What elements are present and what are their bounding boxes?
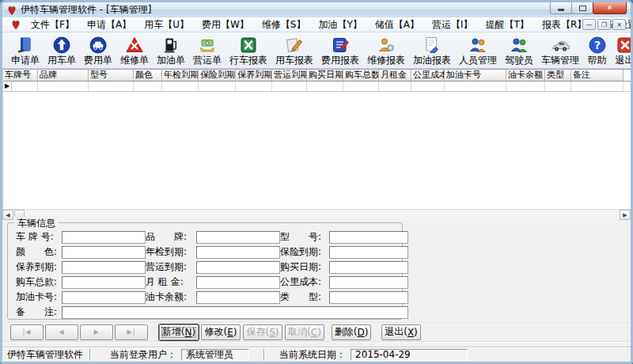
table-cell-purchase-total [343,82,379,91]
toolbar-button-personnel-mgmt[interactable]: 人员管理 [455,33,501,68]
field-monthly-rent-input[interactable] [196,276,280,289]
menu-item-vehicle-use[interactable]: 用车【U】 [138,17,195,33]
menu-item-operation[interactable]: 营运【I】 [426,17,479,33]
toolbar-button-label: 维修单 [120,55,149,66]
mdi-minimize-button[interactable]: — [582,19,596,30]
field-model-input[interactable] [329,231,408,244]
statusbar-separator [89,349,91,361]
menu-item-stored-value[interactable]: 储值【A】 [369,17,426,33]
red-x-icon [615,35,633,55]
toolbar-button-repair-form[interactable]: 维修单 [116,33,153,68]
column-header-fuel-card-balance[interactable]: 油卡余额 [506,70,545,81]
record-indicator: ▶ [3,82,12,91]
column-header-purchase-date[interactable]: 购买日期 [307,70,343,81]
column-header-model[interactable]: 型号 [89,70,134,81]
toolbar-button-help[interactable]: ?帮助 [583,33,611,68]
column-header-inspection-due[interactable]: 年检到期 [162,70,199,81]
column-header-color[interactable]: 颜色 [134,70,162,81]
toolbar-button-vehicle-use-form[interactable]: 用车单 [44,33,80,68]
column-header-type[interactable]: 类型 [545,70,571,81]
toolbar-button-label: 申请单 [11,55,40,66]
add-button[interactable]: 新增(N) [159,324,199,340]
toolbar-button-expense-form[interactable]: 费用单 [80,33,116,68]
field-label-remark: 备 注: [16,305,62,319]
vehicle-info-panel: 车辆信息 车 牌 号:品 牌:型 号:颜 色:年检到期:保险到期:保养到期:营运… [2,220,631,322]
window-title: 伊特车辆管理软件 - [车辆管理] [21,3,151,17]
table-cell-color [134,82,162,91]
column-header-remark[interactable]: 备注 [571,70,624,81]
toolbar-button-refuel-report[interactable]: 加油报表 [409,33,455,68]
horizontal-scrollbar[interactable]: ◀ ▶ [2,209,631,220]
field-color-input[interactable] [62,246,146,259]
person-gear-icon [377,35,396,55]
scroll-right-button[interactable]: ▶ [620,210,631,220]
field-fuel-card-balance-input[interactable] [196,291,280,304]
toolbar-button-repair-report[interactable]: 维修报表 [363,33,409,68]
button-bar: |◀◀▶▶|新增(N)修改(E)保存(S)取消(C)删除(D)退出(X) [2,322,631,341]
app-logo-icon [6,5,17,16]
fuel-pump-icon [161,35,181,55]
column-header-insurance-due[interactable]: 保险到期 [199,70,236,81]
toolbar-button-expense-report[interactable]: 费用报表 [317,33,363,68]
column-header-fuel-card-no[interactable]: 加油卡号 [445,70,506,81]
scroll-left-button[interactable]: ◀ [2,210,13,220]
field-type-input[interactable] [329,291,408,304]
menu-item-expense[interactable]: 费用【W】 [195,17,256,33]
menu-item-repair[interactable]: 维修【S】 [256,17,313,33]
toolbar-button-refuel-form[interactable]: 加油单 [153,33,189,68]
statusbar-app-name: 伊特车辆管理软件 [2,348,89,362]
mdi-child-logo-icon [10,19,21,30]
mdi-restore-button[interactable]: ❐ [597,19,611,30]
menu-item-apply[interactable]: 申请【A】 [81,17,138,33]
column-header-plate-no[interactable]: 车牌号 [3,70,38,81]
field-label-purchase-date: 购买日期: [280,260,329,274]
toolbar-button-label: 用车单 [47,55,76,66]
toolbar-button-vehicle-use-report[interactable]: 用车报表 [271,33,317,68]
field-operation-due-input[interactable] [196,261,280,274]
page-arrow-icon [423,35,442,55]
table-cell-maintenance-due [236,82,272,91]
field-remark-input[interactable] [62,306,408,319]
maximize-button[interactable] [571,2,593,14]
vehicle-info-form: 车 牌 号:品 牌:型 号:颜 色:年检到期:保险到期:保养到期:营运到期:购买… [16,229,402,320]
menu-item-file[interactable]: 文件【F】 [25,17,81,33]
excel-sheet-icon [239,35,259,55]
toolbar-button-exit[interactable]: 退出 [611,33,633,68]
toolbar-button-driver[interactable]: 驾驶员 [501,33,537,68]
delete-button[interactable]: 删除(D) [332,324,371,340]
column-header-maintenance-due[interactable]: 保养到期 [236,70,272,81]
toolbar-button-operation-form[interactable]: 营运单 [189,33,226,68]
field-maintenance-due-input[interactable] [62,261,146,274]
field-label-purchase-total: 购车总款: [16,275,62,289]
column-header-monthly-rent[interactable]: 月租金 [379,70,411,81]
menu-item-reminder[interactable]: 提醒【T】 [479,17,536,33]
field-label-color: 颜 色: [16,245,62,259]
toolbar-button-label: 车辆管理 [541,55,579,66]
edit-button[interactable]: 修改(E) [201,324,241,340]
toolbar-button-vehicle-mgmt[interactable]: 车辆管理 [537,33,583,68]
field-cost-per-km-input[interactable] [329,276,408,289]
mdi-close-button[interactable]: ✕ [612,19,626,30]
record-last-button: ▶| [115,324,148,340]
field-brand-input[interactable] [196,231,280,244]
menu-item-refuel[interactable]: 加油【Y】 [312,17,368,33]
close-button[interactable]: ✕ [593,2,627,14]
field-purchase-date-input[interactable] [329,261,408,274]
column-header-purchase-total[interactable]: 购车总数 [343,70,379,81]
minimize-button[interactable] [550,2,572,14]
table-header-row: 车牌号品牌型号颜色年检到期保险到期保养到期营运到期购买日期购车总数月租金公里成本… [3,70,631,82]
toolbar-button-driving-report[interactable]: 行车报表 [226,33,271,68]
column-header-cost-per-km[interactable]: 公里成本 [411,70,445,81]
table-row[interactable]: ▶ [3,82,631,92]
field-fuel-card-no-input[interactable] [62,291,146,304]
field-purchase-total-input[interactable] [62,276,146,289]
field-plate-no-input[interactable] [62,231,146,244]
field-inspection-due-input[interactable] [196,246,280,259]
column-header-brand[interactable]: 品牌 [38,70,89,81]
exit-button[interactable]: 退出(X) [381,324,421,340]
blue-book-icon [16,35,36,55]
column-header-operation-due[interactable]: 营运到期 [272,70,307,81]
field-insurance-due-input[interactable] [329,246,408,259]
toolbar-button-apply-form[interactable]: 申请单 [7,33,44,68]
field-label-model: 型 号: [280,230,329,244]
